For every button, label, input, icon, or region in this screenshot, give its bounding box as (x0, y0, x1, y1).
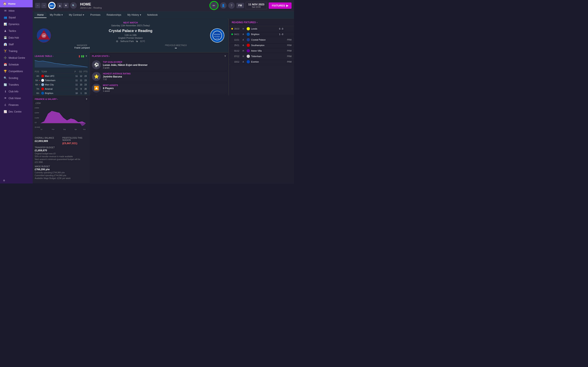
club-nav-up[interactable]: ▲ (57, 3, 62, 8)
fixture-date: 25/11 (234, 44, 241, 47)
finance-title[interactable]: FINANCE & SALARY › (35, 98, 58, 100)
sidebar-item-club-info[interactable]: ℹ Club Info (0, 88, 33, 95)
tab-relationships[interactable]: Relationships (104, 12, 124, 18)
fixture-team-name: Crystal Palace (251, 39, 275, 41)
tab-my-profile[interactable]: My Profile ▾ (47, 12, 66, 18)
fixture-row[interactable]: 10/12 A Everton PRM (229, 59, 294, 65)
table-pts: 23 (84, 83, 87, 86)
fixture-team-badge (247, 38, 250, 42)
player-stats-expand[interactable]: ▼ (224, 55, 226, 58)
page-title-block: HOME James Law - Reading (78, 2, 208, 9)
away-team-badge[interactable]: READING FOOTBALL CLUB (210, 28, 224, 43)
fixtures-panel: READING FIXTURES › 28/10 H Leeds 0 - 0 0… (229, 19, 294, 95)
tab-notebook[interactable]: Notebook (144, 12, 160, 18)
main-area: ← → RFC ▲ ▼ 🔍 HOME James Law - Reading ✏… (33, 0, 294, 184)
sidebar-item-staff[interactable]: 👔 Staff (0, 41, 33, 48)
home-icon: 🏠 (3, 2, 7, 5)
table-row[interactable]: 5th ▼ Tottenham 11 11 23 (35, 78, 87, 83)
sidebar-item-inbox[interactable]: ✉ Inbox (0, 7, 33, 14)
club-logo-button[interactable]: RFC (48, 2, 56, 9)
fixtures-chevron: › (257, 21, 258, 24)
fm-button[interactable]: FM (236, 3, 244, 8)
player-stat-row[interactable]: ⚽ TOP GOALSCORER Lucas João, Håkon Evjen… (92, 59, 226, 71)
table-played: 11 (75, 79, 79, 82)
stat-category: MOST ASSISTS (103, 84, 226, 86)
fixture-row[interactable]: 04/11 A Brighton 1 - 0 (229, 32, 294, 37)
fixture-row[interactable]: 01/12 H Aston Villa PRM (229, 48, 294, 54)
tab-my-history[interactable]: My History ▾ (125, 12, 144, 18)
sidebar-item-data-hub[interactable]: 💾 Data Hub (0, 34, 33, 41)
svg-marker-18 (40, 111, 86, 123)
finance-expand[interactable]: ▼ (85, 98, 88, 100)
player-stats-header: PLAYER STATS › ▼ (92, 55, 226, 58)
svg-text:£30M: £30M (35, 107, 39, 109)
table-row[interactable]: 7th Arsenal 11 9 20 (35, 87, 87, 91)
date-block[interactable]: 11 NOV 2023 Sat 15:00 (246, 2, 267, 9)
sidebar-item-squad[interactable]: 👥 Squad (0, 14, 33, 21)
sidebar-settings-icon[interactable]: ⚙ (3, 179, 5, 182)
player-stat-row[interactable]: % BEST PASS COMPLETION Jack Stephens 95% (92, 94, 226, 95)
fixture-row[interactable]: 25/11 A Southampton PRM (229, 43, 294, 48)
sidebar-item-training[interactable]: 🏋 Training (0, 48, 33, 54)
sidebar-item-scouting[interactable]: 🔍 Scouting (0, 75, 33, 81)
table-row[interactable]: 4th Man UFC 11 12 23 (35, 74, 87, 78)
tab-my-contract[interactable]: My Contract ▾ (66, 12, 87, 18)
fixtures-title[interactable]: READING FIXTURES (232, 21, 256, 24)
sidebar-item-competitions[interactable]: 🏆 Competitions (0, 68, 33, 75)
team-badge-sm (41, 79, 44, 82)
league-table-title[interactable]: LEAGUE TABLE › (35, 55, 53, 57)
tab-home[interactable]: Home (34, 12, 47, 18)
staff-icon: 👔 (4, 43, 7, 46)
fixture-row[interactable]: 28/10 H Leeds 0 - 0 (229, 26, 294, 32)
fixture-team-name: Leeds (251, 27, 275, 30)
svg-text:FOOTBALL: FOOTBALL (214, 36, 221, 37)
player-stats-title[interactable]: PLAYER STATS › (92, 55, 110, 57)
stat-avatar: ⚽ (92, 60, 101, 69)
fixture-row[interactable]: 07/12 H Tottenham PRM (229, 54, 294, 59)
dropdown-icon: ▾ (140, 13, 141, 16)
sidebar-item-dev-centre[interactable]: 📈 Dev. Centre (0, 108, 33, 115)
team-name: Arsenal (45, 88, 52, 90)
fixture-row[interactable]: 11/11 A Crystal Palace PRM (229, 37, 294, 43)
training-icon: 🏋 (4, 50, 7, 53)
league-table-section: LEAGUE TABLE › ▮▮▮ ▼ (33, 52, 90, 95)
sidebar-item-transfers[interactable]: 🔄 Transfers (0, 81, 33, 88)
sidebar-item-schedule[interactable]: 📅 Schedule (0, 61, 33, 68)
svg-text:READING: READING (214, 34, 221, 35)
search-button[interactable]: 🔍 (70, 2, 77, 9)
svg-text:RFC: RFC (50, 5, 54, 7)
sidebar-item-dynamics[interactable]: 📊 Dynamics (0, 21, 33, 27)
stat-player-name: Lucas João, Håkon Evjen and Brenner (103, 64, 226, 67)
fixtures-button[interactable]: FIXTURES ▶ (269, 2, 292, 9)
sidebar-item-club-vision[interactable]: 👁 Club Vision (0, 95, 33, 101)
table-pts: 20 (84, 88, 87, 90)
profit-value: (£5,667,021) (62, 142, 88, 145)
forward-button[interactable]: → (41, 3, 47, 8)
back-button[interactable]: ← (35, 3, 40, 8)
help-button[interactable]: ? (228, 2, 235, 9)
manager-icon-button[interactable]: 👤 (220, 2, 227, 9)
match-title: Crystal Palace v Reading (55, 29, 206, 33)
sidebar-item-home[interactable]: 🏠 Home (0, 0, 33, 7)
player-stat-row[interactable]: ⭐ HIGHEST AVERAGE RATING Juninho Bacuna … (92, 71, 226, 82)
sidebar-item-medical[interactable]: ➕ Medical Centre (0, 54, 33, 61)
team-name: Brighton (45, 92, 53, 94)
table-header: POS TEAM P GD PTS (35, 70, 87, 73)
page-subtitle: James Law - Reading (80, 7, 208, 9)
fixture-date: 10/12 (234, 61, 241, 63)
edit-button[interactable]: ✏ (209, 1, 218, 10)
club-nav-down[interactable]: ▼ (63, 3, 69, 8)
prev-meetings-label: PREVIOUS MEETINGS (165, 44, 187, 47)
table-row[interactable]: 8th Brighton 10 1 15 (35, 91, 87, 95)
sidebar-item-finances[interactable]: £ Finances (0, 101, 33, 108)
tab-promises[interactable]: Promises (87, 12, 103, 18)
fixture-ha: A (242, 44, 245, 47)
stat-info: HIGHEST AVERAGE RATING Juninho Bacuna 7.… (103, 73, 226, 81)
table-pos: 5th ▼ (35, 79, 41, 82)
league-table-expand[interactable]: ▼ (85, 55, 87, 58)
player-stat-row[interactable]: 🔼 MOST ASSISTS 8 Players 1 assist (92, 82, 226, 94)
home-team-badge[interactable]: CP (37, 28, 51, 43)
sidebar-clubinfo-label: Club Info (9, 90, 18, 93)
sidebar-item-tactics[interactable]: ♟ Tactics (0, 27, 33, 34)
table-row[interactable]: 6th ▼ Man City 11 10 23 (35, 83, 87, 87)
